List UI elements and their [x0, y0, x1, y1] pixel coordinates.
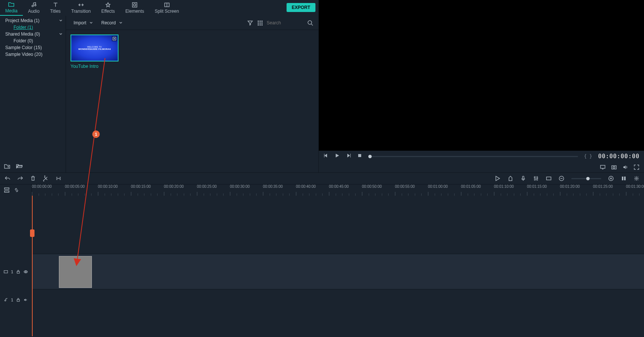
preview-panel: { } 00:00:00:00 — [319, 0, 644, 172]
preview-viewport[interactable] — [319, 0, 644, 151]
svg-rect-11 — [260, 24, 261, 25]
video-track-body[interactable] — [32, 254, 644, 289]
audio-track-icon — [4, 297, 8, 303]
redo-icon[interactable] — [17, 175, 23, 181]
tab-effects[interactable]: Effects — [96, 0, 120, 16]
tab-media[interactable]: Media — [0, 0, 23, 16]
delete-icon[interactable] — [30, 175, 36, 181]
media-thumbnail[interactable]: WELCOME TO WONDERSHARE FILMORA9 YouTube … — [71, 34, 119, 69]
tree-label: Sample Video (20) — [5, 52, 42, 57]
snapshot-icon[interactable] — [611, 164, 617, 170]
tree-sample-video[interactable]: Sample Video (20) — [0, 51, 66, 58]
tab-titles[interactable]: Titles — [45, 0, 66, 16]
tree-shared-media[interactable]: Shared Media (0) — [0, 31, 66, 37]
svg-rect-10 — [258, 24, 259, 25]
svg-rect-6 — [261, 21, 263, 22]
tree-label: Shared Media (0) — [5, 31, 40, 37]
aspect-icon[interactable] — [546, 175, 552, 181]
filter-icon[interactable] — [247, 20, 253, 26]
search-icon[interactable] — [307, 20, 313, 26]
tab-audio[interactable]: Audio — [23, 0, 45, 16]
stop-button[interactable] — [357, 153, 362, 160]
tab-media-label: Media — [5, 8, 18, 13]
svg-rect-12 — [261, 24, 263, 25]
folder-open-icon[interactable] — [16, 163, 23, 169]
track-spacer — [0, 196, 644, 254]
timeline-toolbar — [0, 172, 644, 184]
chevron-down-icon — [89, 21, 93, 25]
new-folder-icon[interactable] — [4, 163, 11, 169]
mixer-icon[interactable] — [533, 175, 539, 181]
search-box — [267, 20, 313, 26]
tree-folder-1[interactable]: Folder (1) — [0, 24, 66, 31]
tab-effects-label: Effects — [101, 9, 115, 14]
add-to-timeline-icon[interactable] — [112, 36, 117, 41]
mark-braces[interactable]: { } — [584, 154, 592, 159]
mute-icon[interactable] — [24, 297, 28, 303]
play-button[interactable] — [335, 153, 340, 160]
next-frame-button[interactable] — [346, 153, 351, 160]
volume-icon[interactable] — [622, 164, 628, 170]
svg-rect-4 — [258, 21, 259, 22]
voiceover-icon[interactable] — [520, 175, 526, 181]
svg-rect-36 — [5, 188, 9, 189]
crop-icon[interactable] — [56, 175, 62, 181]
zoom-in-icon[interactable] — [608, 175, 614, 181]
display-icon[interactable] — [600, 164, 606, 170]
grid-view-icon[interactable] — [257, 20, 263, 26]
preview-scrubber[interactable] — [368, 156, 578, 157]
undo-icon[interactable] — [5, 175, 11, 181]
link-icon[interactable] — [14, 187, 20, 193]
zoom-slider[interactable] — [571, 178, 601, 179]
lock-icon[interactable] — [16, 297, 20, 303]
timeline-ruler[interactable]: 00:00:00:0000:00:05:0000:00:10:0000:00:1… — [32, 184, 644, 196]
record-label: Record — [101, 20, 116, 25]
tree-folder-0[interactable]: Folder (0) — [0, 37, 66, 44]
tab-audio-label: Audio — [28, 9, 40, 14]
lock-icon[interactable] — [16, 269, 20, 274]
timeline-tracks: 1 1 — [0, 196, 644, 336]
eye-icon[interactable] — [24, 269, 28, 274]
search-input[interactable] — [267, 20, 304, 25]
export-button[interactable]: EXPORT — [287, 3, 315, 12]
tab-elements-label: Elements — [125, 9, 144, 14]
record-dropdown[interactable]: Record — [99, 19, 125, 27]
tab-transition[interactable]: Transition — [66, 0, 96, 16]
thumbnail-image: WELCOME TO WONDERSHARE FILMORA9 — [71, 34, 119, 61]
svg-point-40 — [25, 271, 26, 272]
sidebar-actions — [0, 160, 66, 172]
tree-label: Sample Color (15) — [5, 45, 42, 50]
split-icon[interactable] — [43, 175, 49, 181]
settings-icon[interactable] — [633, 175, 639, 181]
playhead[interactable] — [32, 196, 33, 336]
preview-timecode: 00:00:00:00 — [598, 153, 639, 160]
fullscreen-icon[interactable] — [633, 164, 639, 170]
track-number: 1 — [11, 298, 13, 302]
svg-rect-33 — [622, 177, 623, 180]
prev-frame-button[interactable] — [323, 153, 329, 160]
render-icon[interactable] — [495, 175, 501, 181]
chevron-down-icon — [59, 19, 63, 22]
media-grid: WELCOME TO WONDERSHARE FILMORA9 YouTube … — [66, 30, 318, 73]
svg-rect-27 — [546, 177, 551, 180]
svg-rect-8 — [260, 22, 261, 24]
svg-line-14 — [311, 24, 313, 25]
tab-split-screen[interactable]: Split Screen — [149, 0, 184, 16]
audio-track-body[interactable] — [32, 289, 644, 310]
zoom-out-icon[interactable] — [558, 175, 564, 181]
playhead-handle[interactable] — [30, 229, 35, 237]
video-track-1: 1 — [0, 254, 644, 289]
tree-project-media[interactable]: Project Media (1) — [0, 17, 66, 24]
zoom-fit-icon[interactable] — [621, 175, 627, 181]
music-icon — [31, 2, 37, 8]
track-manage-icon[interactable] — [4, 187, 10, 193]
marker-icon[interactable] — [507, 175, 513, 181]
svg-point-1 — [134, 4, 136, 6]
import-dropdown[interactable]: Import — [71, 19, 95, 27]
drop-placeholder[interactable] — [59, 256, 92, 288]
svg-rect-23 — [522, 176, 524, 179]
svg-rect-7 — [258, 22, 259, 24]
tree-sample-color[interactable]: Sample Color (15) — [0, 44, 66, 51]
preview-controls: { } 00:00:00:00 — [319, 151, 644, 162]
tab-elements[interactable]: Elements — [120, 0, 149, 16]
